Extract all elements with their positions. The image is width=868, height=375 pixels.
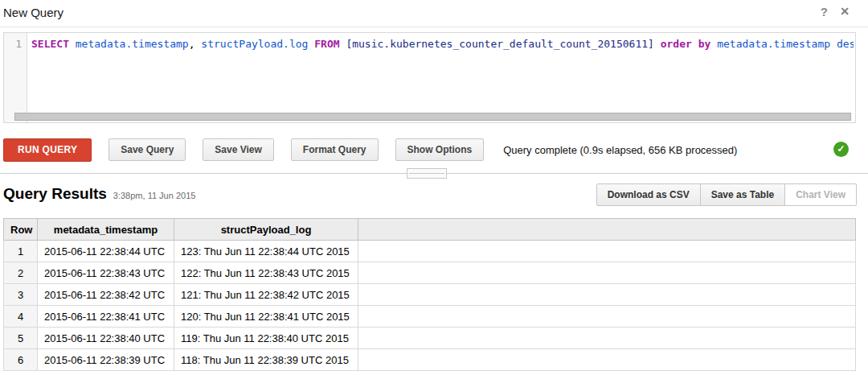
- close-icon[interactable]: ✕: [840, 5, 850, 18]
- filler-cell: [358, 306, 856, 328]
- row-number-cell: 6: [4, 349, 38, 371]
- sql-token-table: [music.kubernetes_counter_default_count_…: [346, 38, 654, 50]
- show-options-button[interactable]: Show Options: [395, 138, 485, 161]
- filler-cell: [358, 328, 856, 349]
- table-row: 12015-06-11 22:38:44 UTC123: Thu Jun 11 …: [4, 241, 856, 262]
- table-row: 32015-06-11 22:38:42 UTC121: Thu Jun 11 …: [4, 284, 856, 306]
- data-cell: 122: Thu Jun 11 22:38:43 UTC 2015: [174, 262, 358, 284]
- data-cell: 118: Thu Jun 11 22:38:39 UTC 2015: [174, 349, 358, 371]
- results-title: Query Results: [3, 185, 107, 202]
- data-cell: 2015-06-11 22:38:44 UTC: [38, 241, 174, 262]
- query-toolbar: RUN QUERY Save QuerySave ViewFormat Quer…: [3, 138, 865, 162]
- sql-token-identifier: des: [837, 38, 854, 50]
- data-cell: 2015-06-11 22:38:42 UTC: [38, 284, 174, 306]
- column-header-row: Row: [4, 219, 38, 241]
- editor-horizontal-scrollbar: [14, 113, 851, 121]
- sql-token-plain: [830, 38, 837, 50]
- filler-cell: [358, 241, 856, 262]
- row-number-cell: 4: [4, 306, 38, 328]
- row-number-cell: 3: [4, 284, 38, 306]
- save-as-table-button[interactable]: Save as Table: [700, 183, 786, 206]
- column-header-metadata_timestamp: metadata_timestamp: [38, 219, 174, 241]
- sql-token-plain: [69, 38, 76, 50]
- table-row: 62015-06-11 22:38:39 UTC118: Thu Jun 11 …: [4, 349, 856, 371]
- sql-token-identifier: metadata.timestamp: [717, 38, 830, 50]
- data-cell: 2015-06-11 22:38:43 UTC: [38, 262, 174, 284]
- filler-cell: [358, 262, 856, 284]
- data-cell: 2015-06-11 22:38:41 UTC: [38, 306, 174, 328]
- results-title-row: Query Results3:38pm, 11 Jun 2015: [3, 185, 195, 203]
- results-timestamp: 3:38pm, 11 Jun 2015: [113, 191, 196, 200]
- sql-token-plain: [710, 38, 717, 50]
- data-cell: 121: Thu Jun 11 22:38:42 UTC 2015: [174, 284, 358, 306]
- chart-view-button: Chart View: [784, 183, 857, 206]
- run-query-button[interactable]: RUN QUERY: [3, 138, 92, 162]
- results-table-head-row: Rowmetadata_timestampstructPayload_log: [4, 219, 856, 241]
- sql-token-keyword: FROM: [314, 38, 339, 50]
- sql-token-plain: [654, 38, 661, 50]
- sql-editor[interactable]: 1 SELECT metadata.timestamp, structPaylo…: [3, 32, 856, 123]
- column-header-structpayload_log: structPayload_log: [174, 219, 358, 241]
- row-number-cell: 1: [4, 241, 38, 262]
- sql-token-keyword: order: [661, 38, 692, 50]
- sql-token-keyword: by: [698, 38, 711, 50]
- help-icon[interactable]: ?: [821, 5, 828, 19]
- results-table-body: 12015-06-11 22:38:44 UTC123: Thu Jun 11 …: [4, 241, 856, 371]
- success-check-icon: ✓: [833, 142, 849, 157]
- results-table: Rowmetadata_timestampstructPayload_log 1…: [3, 218, 856, 371]
- data-cell: 119: Thu Jun 11 22:38:40 UTC 2015: [174, 328, 358, 349]
- page-title: New Query: [3, 6, 63, 19]
- line-number: 1: [15, 38, 22, 50]
- bigquery-compose-page: New Query ? ✕ 1 SELECT metadata.timestam…: [0, 0, 868, 375]
- panel-header: New Query ? ✕: [0, 0, 868, 27]
- data-cell: 2015-06-11 22:38:39 UTC: [38, 349, 174, 371]
- row-number-cell: 2: [4, 262, 38, 284]
- resize-grip-handle[interactable]: [407, 168, 447, 179]
- download-as-csv-button[interactable]: Download as CSV: [596, 183, 701, 206]
- results-header: Query Results3:38pm, 11 Jun 2015 Downloa…: [3, 182, 865, 209]
- data-cell: 120: Thu Jun 11 22:38:41 UTC 2015: [174, 306, 358, 328]
- toolbar-secondary-buttons: Save QuerySave ViewFormat QueryShow Opti…: [92, 138, 484, 161]
- save-query-button[interactable]: Save Query: [108, 138, 186, 161]
- data-cell: 2015-06-11 22:38:40 UTC: [38, 328, 174, 349]
- sql-code-area[interactable]: SELECT metadata.timestamp, structPayload…: [31, 38, 854, 54]
- column-header-filler: [358, 219, 856, 241]
- filler-cell: [358, 349, 856, 371]
- format-query-button[interactable]: Format Query: [291, 138, 379, 161]
- data-cell: 123: Thu Jun 11 22:38:44 UTC 2015: [174, 241, 358, 262]
- query-status-text: Query complete (0.9s elapsed, 656 KB pro…: [503, 144, 737, 156]
- sql-token-identifier: metadata.timestamp: [76, 38, 189, 50]
- editor-gutter: 1: [4, 33, 27, 122]
- sql-code-line: SELECT metadata.timestamp, structPayload…: [31, 38, 854, 50]
- scrollbar-thumb[interactable]: [14, 113, 851, 121]
- table-row: 42015-06-11 22:38:41 UTC120: Thu Jun 11 …: [4, 306, 856, 328]
- filler-cell: [358, 284, 856, 306]
- sql-token-identifier: structPayload.log: [201, 38, 308, 50]
- table-row: 22015-06-11 22:38:43 UTC122: Thu Jun 11 …: [4, 262, 856, 284]
- sql-token-plain: [692, 38, 698, 50]
- row-number-cell: 5: [4, 328, 38, 349]
- sql-token-keyword: SELECT: [31, 38, 69, 50]
- results-action-group: Download as CSVSave as TableChart View: [596, 183, 857, 206]
- save-view-button[interactable]: Save View: [203, 138, 274, 161]
- sql-token-plain: ,: [189, 38, 202, 50]
- table-row: 52015-06-11 22:38:40 UTC119: Thu Jun 11 …: [4, 328, 856, 349]
